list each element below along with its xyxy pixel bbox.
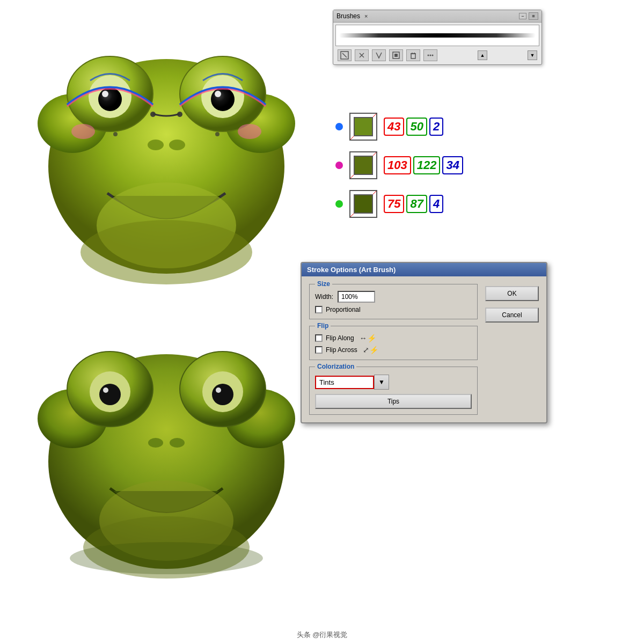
- watermark-text: 头条 @衍果视觉: [297, 631, 348, 639]
- num-blue-1: 2: [429, 118, 443, 136]
- num-blue-2: 34: [442, 156, 463, 174]
- svg-point-49: [70, 542, 263, 574]
- svg-point-30: [113, 132, 118, 136]
- svg-point-28: [150, 112, 156, 117]
- svg-point-21: [211, 87, 235, 111]
- svg-point-24: [148, 140, 164, 150]
- color-numbers-1: 43 50 2: [384, 118, 443, 136]
- color-info-area: 43 50 2 103 122 34 75 87: [335, 113, 463, 218]
- tips-button-container: Tips: [315, 394, 472, 409]
- flip-across-row: Flip Across ⤢⚡: [315, 346, 472, 354]
- brush-stroke-preview: [339, 33, 536, 38]
- swatch-inner-3: [354, 194, 373, 214]
- swatch-inner-1: [354, 117, 373, 136]
- brushes-title-controls: − ≡: [519, 12, 538, 20]
- frog-illustration-top: [27, 11, 306, 290]
- color-swatch-2: [349, 151, 377, 179]
- brushes-close-button[interactable]: ×: [364, 13, 368, 19]
- stroke-dialog-titlebar: Stroke Options (Art Brush): [302, 263, 546, 276]
- svg-point-31: [215, 132, 219, 136]
- color-dot-1: [335, 123, 343, 130]
- flip-across-icon: ⤢⚡: [363, 346, 378, 354]
- colorization-section-label: Colorization: [315, 363, 356, 370]
- svg-point-11: [430, 55, 431, 56]
- svg-point-43: [103, 387, 108, 393]
- num-red-3: 75: [384, 195, 404, 213]
- width-input[interactable]: [338, 291, 375, 303]
- tips-button[interactable]: Tips: [315, 394, 472, 409]
- ok-button[interactable]: OK: [485, 286, 539, 301]
- svg-point-25: [169, 140, 185, 150]
- color-dot-3: [335, 200, 343, 208]
- tints-input[interactable]: [315, 376, 374, 389]
- color-row-2: 103 122 34: [335, 151, 463, 179]
- brush-trash-button[interactable]: [406, 49, 420, 61]
- brushes-content: ▲ ▼: [333, 23, 541, 64]
- cancel-button[interactable]: Cancel: [485, 308, 539, 323]
- brushes-panel-title: Brushes: [336, 12, 360, 20]
- stroke-dialog-right: OK Cancel: [485, 284, 539, 415]
- flip-section: Flip Flip Along ↔⚡ Flip Across ⤢⚡: [309, 326, 478, 360]
- svg-point-42: [212, 384, 233, 405]
- swatch-inner-2: [354, 156, 373, 175]
- flip-along-checkbox[interactable]: [315, 334, 323, 342]
- flip-across-checkbox[interactable]: [315, 346, 323, 354]
- brush-scroll-down[interactable]: ▼: [528, 50, 537, 60]
- num-red-1: 43: [384, 118, 404, 136]
- swatch-fill-2: [355, 157, 372, 174]
- proportional-row: Proportional: [315, 306, 472, 313]
- color-numbers-2: 103 122 34: [384, 156, 463, 174]
- svg-point-32: [71, 124, 95, 139]
- svg-point-33: [238, 124, 261, 139]
- colorization-select-row: ▼: [315, 375, 472, 390]
- brushes-titlebar: Brushes × − ≡: [333, 10, 541, 23]
- svg-rect-5: [394, 54, 398, 57]
- color-row-3: 75 87 4: [335, 190, 463, 218]
- brushes-menu-button[interactable]: ≡: [529, 12, 538, 20]
- svg-point-12: [432, 55, 434, 56]
- color-swatch-1: [349, 113, 377, 141]
- flip-section-label: Flip: [315, 322, 331, 330]
- stroke-dialog-title: Stroke Options (Art Brush): [307, 266, 396, 274]
- color-swatch-3: [349, 190, 377, 218]
- brush-more-button[interactable]: [423, 49, 437, 61]
- brush-scroll-up[interactable]: ▲: [478, 50, 487, 60]
- colorization-dropdown-button[interactable]: ▼: [374, 375, 389, 390]
- watermark: 头条 @衍果视觉: [0, 630, 644, 640]
- color-numbers-3: 75 87 4: [384, 195, 443, 213]
- svg-point-41: [99, 384, 121, 405]
- brushes-toolbar: ▲ ▼: [335, 48, 539, 62]
- svg-point-45: [148, 438, 163, 448]
- size-section: Size Width: Proportional: [309, 284, 478, 319]
- stroke-options-dialog: Stroke Options (Art Brush) Size Width: P…: [301, 262, 547, 423]
- proportional-checkbox[interactable]: [315, 306, 323, 313]
- svg-point-29: [177, 112, 182, 117]
- width-field-row: Width:: [315, 291, 472, 303]
- flip-across-label: Flip Across: [326, 346, 357, 354]
- size-section-label: Size: [315, 280, 332, 288]
- stroke-dialog-body: Size Width: Proportional Flip Flip Along…: [302, 276, 546, 422]
- flip-along-icon: ↔⚡: [360, 334, 376, 342]
- color-row-1: 43 50 2: [335, 113, 463, 141]
- svg-point-10: [428, 55, 429, 56]
- width-label: Width:: [315, 293, 333, 301]
- svg-point-22: [102, 91, 108, 97]
- colorization-section: Colorization ▼ Tips: [309, 367, 478, 415]
- svg-point-23: [215, 91, 221, 97]
- brush-options-button[interactable]: [389, 49, 403, 61]
- svg-point-20: [98, 87, 122, 111]
- flip-along-label: Flip Along: [326, 334, 354, 342]
- num-green-1: 50: [406, 118, 427, 136]
- svg-point-44: [216, 387, 221, 393]
- brush-delete-button[interactable]: [355, 49, 369, 61]
- num-green-2: 122: [413, 156, 441, 174]
- brushes-panel: Brushes × − ≡: [333, 10, 542, 65]
- brush-preview-area: [335, 25, 539, 46]
- proportional-label: Proportional: [326, 306, 361, 313]
- brush-new-button[interactable]: [338, 49, 352, 61]
- brushes-minimize-button[interactable]: −: [519, 13, 526, 19]
- swatch-fill-1: [355, 118, 372, 135]
- brush-edit-button[interactable]: [372, 49, 386, 61]
- stroke-dialog-left: Size Width: Proportional Flip Flip Along…: [309, 284, 478, 415]
- brushes-title-left: Brushes ×: [336, 12, 368, 20]
